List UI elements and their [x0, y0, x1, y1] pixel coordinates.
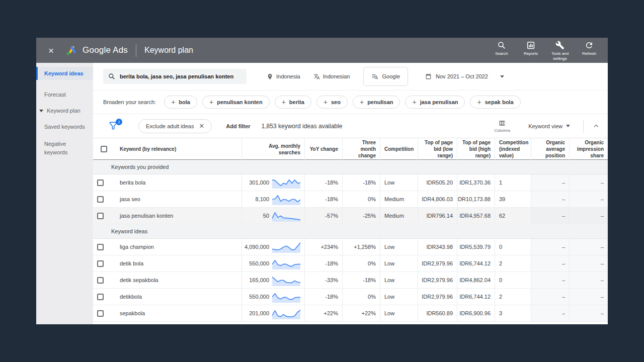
cell-organic-share: – — [569, 239, 608, 255]
sidebar-item-keyword-plan[interactable]: Keyword plan — [36, 104, 93, 117]
cell-top-bid-high: IDR10,173.88 — [457, 191, 495, 207]
topbar-action-label: Refresh — [582, 51, 596, 56]
remove-filter-icon[interactable]: ✕ — [199, 122, 204, 130]
cell-avg-monthly-searches: 550,000 — [242, 255, 304, 272]
view-selector[interactable]: Keyword view — [528, 123, 570, 129]
sidebar-item-forecast[interactable]: Forecast — [36, 88, 93, 101]
calendar-icon — [425, 73, 432, 80]
column-header-competition-indexed-value[interactable]: Competition (indexed value) — [495, 138, 531, 160]
cell-three-month-change: -18% — [342, 272, 380, 288]
broaden-search-bar: Broaden your search: +bola+penulisan kon… — [93, 90, 608, 114]
expander-caret-icon[interactable] — [39, 110, 43, 112]
sidebar-item-negative-keywords[interactable]: Negative keywords — [36, 136, 79, 160]
cell-organic-position: – — [531, 272, 569, 288]
column-header-yoy-change[interactable]: YoY change — [304, 138, 342, 160]
tools-icon — [555, 41, 565, 50]
cell-top-bid-low: IDR343.98 — [418, 239, 457, 255]
column-header-three-month-change[interactable]: Three month change — [342, 138, 380, 160]
cell-organic-position: – — [531, 305, 569, 321]
sidebar-item-keyword-ideas[interactable]: Keyword ideas — [36, 67, 93, 80]
cell-competition: Low — [380, 239, 418, 255]
keyword-table-body: Keywords you providedberita bola301,000-… — [93, 160, 608, 322]
broaden-chip-bola[interactable]: +bola — [164, 96, 197, 109]
close-icon[interactable]: × — [48, 46, 54, 55]
cell-keyword: detik sepakbola — [116, 272, 242, 288]
row-checkbox[interactable] — [97, 196, 104, 203]
table-row-detik-bola: detik bola550,000-18%0%LowIDR2,979.96IDR… — [93, 255, 608, 272]
broaden-chip-jasa-penulisan[interactable]: +jasa penulisan — [405, 96, 465, 109]
broaden-chip-penulisan[interactable]: +penulisan — [353, 96, 400, 109]
column-header-top-of-page-bid-high-range[interactable]: Top of page bid (high range) — [457, 138, 495, 160]
row-checkbox-cell — [93, 272, 116, 288]
column-header-organic-impression-share[interactable]: Organic impression share — [569, 138, 608, 160]
row-checkbox[interactable] — [97, 260, 104, 267]
column-header-organic-average-position[interactable]: Organic average position — [531, 138, 569, 160]
search-network-icon — [371, 73, 378, 80]
cell-yoy-change: -18% — [304, 174, 342, 191]
active-filter-chip[interactable]: Exclude adult ideas ✕ — [138, 119, 212, 133]
topbar-reports-button[interactable]: Reports — [516, 40, 545, 56]
cell-top-bid-high: IDR6,900.96 — [457, 305, 495, 321]
cell-top-bid-low: IDR505.20 — [418, 174, 457, 191]
chevron-up-icon — [593, 123, 600, 130]
broaden-chip-berita[interactable]: +berita — [275, 96, 311, 109]
cell-top-bid-low: IDR2,979.96 — [418, 272, 457, 288]
cell-yoy-change: +22% — [304, 305, 342, 321]
row-checkbox-cell — [93, 289, 116, 305]
cell-organic-position: – — [531, 208, 569, 224]
row-checkbox[interactable] — [97, 294, 104, 300]
row-checkbox[interactable] — [97, 213, 104, 219]
plus-icon: + — [360, 99, 364, 106]
language-selector[interactable]: Indonesian — [313, 73, 350, 80]
desktop-background: × Google Ads Keyword plan SearchReportsT… — [0, 0, 644, 362]
topbar-search-button[interactable]: Search — [487, 40, 516, 56]
cell-competition-index: 0 — [495, 239, 531, 255]
row-checkbox[interactable] — [97, 179, 104, 186]
column-header-avg-monthly-searches[interactable]: Avg. monthly searches — [242, 138, 304, 160]
view-selector-label: Keyword view — [528, 123, 562, 129]
cell-three-month-change: +22% — [342, 305, 380, 321]
chip-label: penulisan konten — [217, 99, 262, 105]
collapse-panel-button[interactable] — [593, 123, 600, 130]
cell-yoy-change: -18% — [304, 191, 342, 207]
broaden-chip-seo[interactable]: +seo — [316, 96, 348, 109]
column-header-top-of-page-bid-low-range[interactable]: Top of page bid (low range) — [418, 138, 457, 160]
sidebar-item-label: Forecast — [44, 92, 66, 98]
row-checkbox[interactable] — [97, 277, 104, 284]
table-row-detikbola: detikbola550,000-18%0%LowIDR2,979.96IDR6… — [93, 289, 608, 305]
column-header-keyword-by-relevance[interactable]: Keyword (by relevance) — [116, 138, 242, 160]
row-checkbox[interactable] — [97, 310, 104, 317]
columns-button[interactable]: Columns — [495, 119, 511, 133]
row-checkbox[interactable] — [97, 244, 104, 250]
broaden-chip-penulisan-konten[interactable]: +penulisan konten — [202, 96, 270, 109]
columns-icon — [498, 119, 506, 127]
search-icon — [497, 41, 506, 50]
network-selector[interactable]: Google — [363, 67, 408, 86]
topbar-refresh-button[interactable]: Refresh — [575, 40, 604, 56]
trend-sparkline — [272, 307, 300, 319]
select-all-checkbox[interactable] — [101, 146, 107, 152]
cell-top-bid-low: IDR2,979.96 — [418, 289, 457, 305]
cell-keyword: berita bola — [116, 174, 242, 191]
sidebar-item-saved-keywords[interactable]: Saved keywords — [36, 120, 93, 133]
cell-organic-share: – — [569, 191, 608, 207]
cell-yoy-change: -18% — [304, 289, 342, 305]
add-filter-button[interactable]: Add filter — [226, 123, 250, 129]
date-range-label: Nov 2021 – Oct 2022 — [436, 73, 488, 79]
location-selector[interactable]: Indonesia — [267, 73, 300, 80]
cell-organic-position: – — [531, 239, 569, 255]
sidebar: Keyword ideasForecastKeyword planSaved k… — [36, 63, 93, 324]
chip-label: berita — [289, 99, 304, 105]
cell-keyword: jasa penulisan konten — [116, 208, 242, 224]
chevron-down-icon — [566, 125, 570, 127]
cell-yoy-change: -57% — [304, 208, 342, 224]
main-panel: berita bola, jasa seo, jasa penulisan ko… — [93, 63, 608, 324]
topbar-action-label: Reports — [524, 51, 538, 56]
column-header-competition[interactable]: Competition — [380, 138, 418, 160]
date-range-selector[interactable]: Nov 2021 – Oct 2022 — [425, 73, 504, 80]
broaden-chip-sepak-bola[interactable]: +sepak bola — [470, 96, 520, 109]
keyword-search-input[interactable]: berita bola, jasa seo, jasa penulisan ko… — [103, 69, 247, 84]
topbar-tools-and-settings-button[interactable]: Tools and settings — [545, 40, 575, 61]
filter-button[interactable]: 1 — [108, 121, 119, 132]
avg-searches-value: 8,100 — [255, 196, 269, 202]
